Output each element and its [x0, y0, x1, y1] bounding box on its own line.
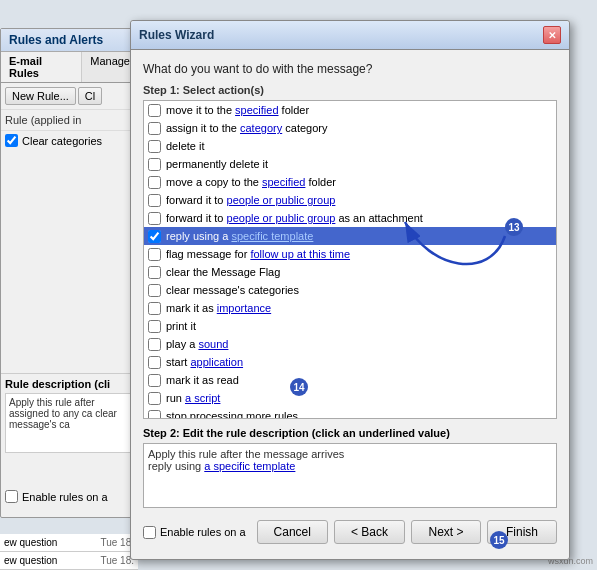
rules-alerts-title: Rules and Alerts: [1, 29, 139, 52]
rules-wizard-dialog: Rules Wizard ✕ What do you want to do wi…: [130, 20, 570, 560]
desc-line1: Apply this rule after the message arrive…: [148, 448, 552, 460]
action-mark-read[interactable]: mark it as read: [144, 371, 556, 389]
action-play-sound[interactable]: play a sound: [144, 335, 556, 353]
wizard-body: What do you want to do with the message?…: [131, 50, 569, 556]
action-forward-attachment[interactable]: forward it to people or public group as …: [144, 209, 556, 227]
action-clear-categories-checkbox[interactable]: [148, 284, 161, 297]
action-print-checkbox[interactable]: [148, 320, 161, 333]
email-row-1: Tue 18: ew question: [0, 534, 138, 552]
script-link[interactable]: a script: [185, 392, 220, 404]
action-reply-template[interactable]: reply using a specific template: [144, 227, 556, 245]
badge-14: 14: [290, 378, 308, 396]
wizard-titlebar: Rules Wizard ✕: [131, 21, 569, 50]
sound-link[interactable]: sound: [198, 338, 228, 350]
action-forward-people-checkbox[interactable]: [148, 194, 161, 207]
action-run-script-checkbox[interactable]: [148, 392, 161, 405]
desc-line2: reply using a specific template: [148, 460, 552, 472]
action-delete[interactable]: delete it: [144, 137, 556, 155]
email-rows: Tue 18: ew question Tue 18: ew question: [0, 534, 138, 570]
action-delete-checkbox[interactable]: [148, 140, 161, 153]
action-play-sound-checkbox[interactable]: [148, 338, 161, 351]
email-subject-1: ew question: [4, 537, 57, 548]
tab-email-rules[interactable]: E-mail Rules: [1, 52, 82, 82]
action-reply-template-checkbox[interactable]: [148, 230, 161, 243]
next-button[interactable]: Next >: [411, 520, 481, 544]
badge-15: 15: [490, 531, 508, 549]
action-assign-category[interactable]: assign it to the category category: [144, 119, 556, 137]
action-flag-checkbox[interactable]: [148, 248, 161, 261]
enable-rules-footer-label: Enable rules on a: [160, 526, 246, 538]
back-button[interactable]: < Back: [334, 520, 405, 544]
action-mark-read-checkbox[interactable]: [148, 374, 161, 387]
action-start-app[interactable]: start application: [144, 353, 556, 371]
people-group-link[interactable]: people or public group: [227, 194, 336, 206]
action-forward-attachment-checkbox[interactable]: [148, 212, 161, 225]
action-move-copy-checkbox[interactable]: [148, 176, 161, 189]
action-stop-processing[interactable]: stop processing more rules: [144, 407, 556, 419]
action-perm-delete-checkbox[interactable]: [148, 158, 161, 171]
action-clear-flag[interactable]: clear the Message Flag: [144, 263, 556, 281]
rules-description-title: Rule description (cli: [5, 378, 135, 390]
badge-13: 13: [505, 218, 523, 236]
enable-rules-label: Enable rules on a: [22, 491, 108, 503]
action-forward-people[interactable]: forward it to people or public group: [144, 191, 556, 209]
step2-description: Apply this rule after the message arrive…: [143, 443, 557, 508]
specific-template-desc-link[interactable]: a specific template: [204, 460, 295, 472]
action-move-to-folder-checkbox[interactable]: [148, 104, 161, 117]
clear-button[interactable]: Cl: [78, 87, 102, 105]
action-mark-importance-checkbox[interactable]: [148, 302, 161, 315]
rules-tabs: E-mail Rules Manage: [1, 52, 139, 83]
email-subject-2: ew question: [4, 555, 57, 566]
action-mark-importance[interactable]: mark it as importance: [144, 299, 556, 317]
action-clear-flag-checkbox[interactable]: [148, 266, 161, 279]
email-time-1: Tue 18:: [100, 537, 134, 548]
footer-left: Enable rules on a: [143, 526, 246, 539]
actions-list[interactable]: move it to the specified folder assign i…: [143, 100, 557, 419]
new-rule-button[interactable]: New Rule...: [5, 87, 76, 105]
action-print[interactable]: print it: [144, 317, 556, 335]
email-time-2: Tue 18:: [100, 555, 134, 566]
enable-rules-checkbox[interactable]: [5, 490, 18, 503]
people-group-attach-link[interactable]: people or public group: [227, 212, 336, 224]
action-assign-category-checkbox[interactable]: [148, 122, 161, 135]
step1-label: Step 1: Select action(s): [143, 84, 557, 96]
rules-description-text: Apply this rule after assigned to any ca…: [5, 393, 135, 453]
action-perm-delete[interactable]: permanently delete it: [144, 155, 556, 173]
wizard-close-button[interactable]: ✕: [543, 26, 561, 44]
action-stop-processing-checkbox[interactable]: [148, 410, 161, 420]
rules-item-label: Clear categories: [22, 135, 102, 147]
enable-rules-row: Enable rules on a: [1, 486, 139, 507]
wizard-question: What do you want to do with the message?: [143, 62, 557, 76]
cancel-button[interactable]: Cancel: [257, 520, 328, 544]
application-link[interactable]: application: [190, 356, 243, 368]
specific-template-link[interactable]: specific template: [231, 230, 313, 242]
follow-up-link[interactable]: follow up at this time: [250, 248, 350, 260]
action-move-to-folder[interactable]: move it to the specified folder: [144, 101, 556, 119]
importance-link[interactable]: importance: [217, 302, 271, 314]
action-start-app-checkbox[interactable]: [148, 356, 161, 369]
wizard-title: Rules Wizard: [139, 28, 214, 42]
email-row-2: Tue 18: ew question: [0, 552, 138, 570]
specified-folder-link[interactable]: specified: [235, 104, 278, 116]
rules-applied-label: Rule (applied in: [1, 110, 139, 131]
action-run-script[interactable]: run a script: [144, 389, 556, 407]
rules-alerts-panel: Rules and Alerts E-mail Rules Manage New…: [0, 28, 140, 518]
rules-toolbar: New Rule... Cl: [1, 83, 139, 110]
category-link[interactable]: category: [240, 122, 282, 134]
specified-folder-copy-link[interactable]: specified: [262, 176, 305, 188]
footer-buttons: Cancel < Back Next > Finish: [257, 520, 557, 544]
action-flag-message[interactable]: flag message for follow up at this time: [144, 245, 556, 263]
enable-rules-footer-checkbox[interactable]: [143, 526, 156, 539]
rules-item: Clear categories: [1, 131, 139, 150]
action-clear-categories[interactable]: clear message's categories: [144, 281, 556, 299]
step2-label: Step 2: Edit the rule description (click…: [143, 427, 557, 439]
action-move-copy[interactable]: move a copy to the specified folder: [144, 173, 556, 191]
rules-item-checkbox[interactable]: [5, 134, 18, 147]
